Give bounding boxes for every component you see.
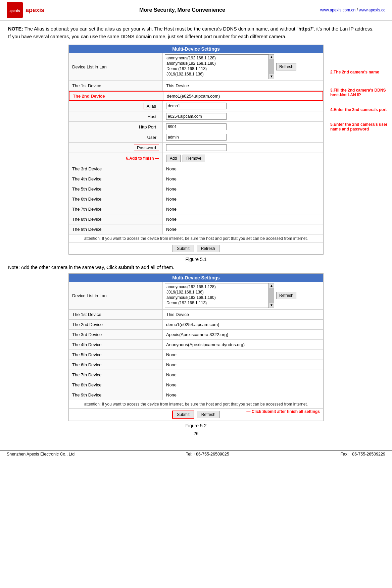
row-5th-device: The 5th Device None [69,184,323,194]
row-6th-device: The 6th Device None [69,194,323,204]
value2-5th: None [163,350,323,360]
list-item[interactable]: J019(192.168.1.136) [166,289,268,295]
value2-6th: None [163,360,323,370]
device-listbox-2[interactable]: anonymous(192.168.1.128) J019(192.168.1.… [165,283,269,308]
host-row: Host [69,111,323,122]
row-2nd-device: The 2nd Device demo1(e0254.aipcam.com) [69,91,323,101]
host-input[interactable] [166,113,227,120]
row2-3rd-device: The 3rd Device Apexis(Apexiscamera.3322.… [69,330,323,340]
panel-title-1: Multi-Device Settings [69,45,323,53]
annotation-step3: 3.Fill the 2nd camera's DDNS host.Not LA… [330,88,392,97]
scrollbar-1[interactable]: ▲ ▼ [269,54,274,79]
note-between: Note: Add the other camera in the same w… [8,265,384,270]
row2-2nd-device: The 2nd Device demo1(e0254.aipcam.com) [69,320,323,330]
submit-row-2: Submit Refresh — Click Submit after fini… [69,409,323,421]
svg-text:apexis: apexis [9,9,20,13]
password-input[interactable] [166,144,227,151]
submit-button-1[interactable]: Submit [173,245,194,252]
main-content: NOTE: The Alias is optional; you can set… [0,20,392,443]
scroll-down-icon[interactable]: ▼ [270,74,273,79]
row-4th-device: The 4th Device None [69,174,323,184]
list-item[interactable]: Demo (192.168.1.113) [166,66,268,71]
device-list-row-1: Device List in Lan anonymous(192.168.1.1… [69,53,323,81]
device-list-content-1: anonymous(192.168.1.128) anonymous(192.1… [163,53,323,81]
value-3rd: None [163,164,323,174]
scroll-down-icon-2[interactable]: ▼ [270,303,273,308]
annotation-step2: 2.The 2nd camera's name [330,70,392,74]
scroll-up-icon[interactable]: ▲ [270,55,273,59]
httpport-input[interactable] [166,123,227,130]
list-item[interactable]: J019(192.168.1.136) [166,71,268,77]
add-to-finish-label: 6.Add to finish — [126,156,159,161]
scroll-track-2 [269,288,274,303]
panel-figure-1: Multi-Device Settings Device List in Lan… [68,45,324,255]
refresh-button-bottom-2[interactable]: Refresh [197,411,220,418]
host-label-cell: Host [69,111,163,121]
list-item[interactable]: anonymous(192.168.1.180) [166,295,268,300]
device-list-row-2: Device List in Lan anonymous(192.168.1.1… [69,282,323,310]
list-item[interactable]: anonymous(192.168.1.128) [166,284,268,289]
footer-tel: Tel: +86-755-26509025 [186,452,229,457]
value-2nd: demo1(e0254.aipcam.com) [163,92,323,100]
annotation-step5: 5.Enter the 2nd camera's user name and p… [330,122,392,131]
refresh-button-1[interactable]: Refresh [276,63,296,70]
host-value-cell [163,111,323,121]
label-2nd-text: The 2nd Device [73,94,105,99]
row-9th-device: The 9th Device None [69,224,323,234]
figure-5-2-wrapper: Multi-Device Settings Device List in Lan… [68,273,324,421]
label-4th: The 4th Device [69,174,163,184]
httpport-label-cell: Http Port [69,122,163,132]
device-listbox-1[interactable]: anonymous(192.168.1.128) anonymous(192.1… [165,54,269,79]
logo-area: apexis apexis [7,2,44,18]
refresh-button-2[interactable]: Refresh [276,292,296,299]
alias-row: Alias [69,101,323,111]
user-input[interactable] [166,134,227,141]
scrollbar-2[interactable]: ▲ ▼ [269,283,274,308]
list-item[interactable]: Demo (192.168.1.113) [166,300,268,306]
label-9th: The 9th Device [69,224,163,234]
label2-2nd: The 2nd Device [69,320,163,329]
remove-button[interactable]: Remove [183,155,205,162]
add-remove-value: Add Remove [163,153,323,164]
user-label-cell: User [69,132,163,142]
httpport-value-cell [163,122,323,132]
label2-3rd: The 3rd Device [69,330,163,339]
scroll-up-icon-2[interactable]: ▲ [270,283,273,288]
user-label: User [145,135,159,140]
password-value-cell [163,143,323,153]
add-button[interactable]: Add [166,155,181,162]
device-list-content-2: anonymous(192.168.1.128) J019(192.168.1.… [163,282,323,309]
label-1st: The 1st Device [69,81,163,91]
note-text: NOTE: The Alias is optional; you can set… [8,25,384,41]
httpport-label-box: Http Port [136,124,159,130]
value-9th: None [163,224,323,234]
footer-fax: Fax: +86-755-26509229 [340,452,385,457]
header-link1[interactable]: www.apexis.com.cn [320,8,355,12]
click-submit-annotation: — Click Submit after finish all settings [246,409,320,414]
value-5th: None [163,184,323,194]
submit-button-2[interactable]: Submit [172,411,194,419]
logo-text: apexis [26,7,44,14]
header-link2[interactable]: www.apexis.cc [359,8,385,12]
figure-1-caption: Figure 5.1 [185,257,206,262]
value2-8th: None [163,380,323,390]
label-6th: The 6th Device [69,194,163,204]
value2-2nd: demo1(e0254.aipcam.com) [163,320,323,329]
value-8th: None [163,214,323,224]
row-8th-device: The 8th Device None [69,214,323,224]
figure-5-2-container: Multi-Device Settings Device List in Lan… [8,273,384,428]
list-item[interactable]: anonymous(192.168.1.180) [166,61,268,66]
row2-7th-device: The 7th Device None [69,370,323,380]
note-line1: The Alias is optional; you can set the a… [24,26,374,32]
page-footer: Shenzhen Apexis Electronic Co., Ltd Tel:… [0,450,392,458]
alias-input[interactable] [166,103,227,109]
refresh-button-bottom-1[interactable]: Refresh [197,245,219,252]
row-1st-device: The 1st Device This Device [69,81,323,91]
scroll-track [269,59,274,74]
label2-9th: The 9th Device [69,390,163,400]
page-number: 26 [8,431,384,436]
apexis-logo-icon: apexis [7,2,23,18]
header-links[interactable]: www.apexis.com.cn / www.apexis.cc [320,8,385,12]
alias-value-cell [163,101,323,111]
list-item[interactable]: anonymous(192.168.1.128) [166,55,268,61]
